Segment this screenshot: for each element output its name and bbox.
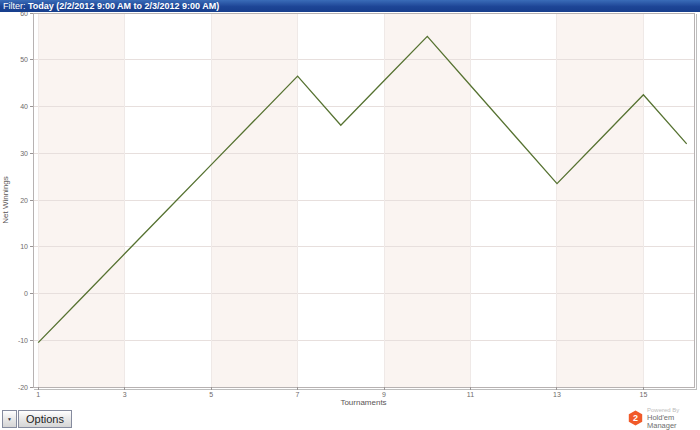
y-tick-label: 40 [20,103,28,110]
y-tick-label: -20 [18,384,28,391]
y-tick-label: 50 [20,56,28,63]
y-tick-label: 30 [20,150,28,157]
x-axis-title: Tournaments [340,398,386,407]
x-tick-label: 3 [123,391,127,398]
brand-name: Hold'em Manager [647,414,700,429]
filter-value: Today (2/2/2012 9:00 AM to 2/3/2012 9:00… [28,1,219,11]
x-tick-label: 11 [467,391,474,398]
x-tick-label: 7 [296,391,300,398]
x-tick-label: 1 [36,391,40,398]
y-tick-label: 10 [20,243,28,250]
options-button-row: ▼ Options [2,410,72,428]
powered-by-branding: 2 Powered By Hold'em Manager [628,407,700,429]
x-tick-label: 5 [209,391,213,398]
filter-bar: Filter: Today (2/2/2012 9:00 AM to 2/3/2… [0,0,700,12]
y-tick-label: -10 [18,337,28,344]
options-dropdown-button[interactable]: ▼ [2,410,17,428]
options-button[interactable]: Options [18,410,72,428]
chevron-down-icon: ▼ [7,411,12,427]
x-tick-label: 13 [553,391,561,398]
holdem-manager-logo-icon: 2 [628,410,643,426]
x-tick-label: 9 [382,391,386,398]
x-tick-label: 15 [640,391,648,398]
net-winnings-line-chart: -20-10010203040506013579111315Tournament… [0,0,700,410]
y-axis-title: Net Winnings [1,176,10,224]
filter-label: Filter: [3,1,26,11]
badge-number: 2 [628,410,643,426]
y-tick-label: 20 [20,197,28,204]
y-tick-label: 0 [24,290,28,297]
